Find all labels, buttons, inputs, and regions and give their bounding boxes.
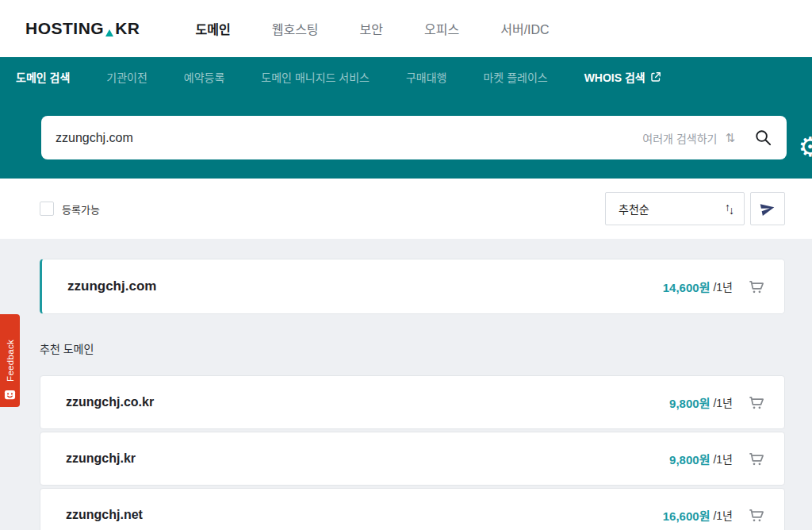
hostingkr-logo[interactable]: HOSTING KR [25, 19, 140, 38]
whois-label: WHOIS 검색 [584, 69, 645, 85]
recommended-result-card[interactable]: zzungchj.kr 9,800원 /1년 [40, 432, 785, 486]
result-price: 9,800원 [669, 394, 710, 411]
nav-item-security[interactable]: 보안 [360, 19, 383, 38]
main-nav: 도메인 웹호스팅 보안 오피스 서버/IDC [196, 19, 550, 38]
cart-icon [747, 278, 765, 296]
price-group: 9,800원 /1년 [669, 450, 765, 468]
result-term: /1년 [713, 507, 733, 523]
sort-arrows-icon: ↑↓ [725, 202, 733, 215]
primary-result-card[interactable]: zzungchj.com 14,600원 /1년 [40, 259, 785, 314]
results-filter-row: 등록가능 추천순 ↑↓ [0, 179, 812, 239]
cart-icon [747, 506, 765, 524]
smiley-icon [4, 389, 16, 401]
available-only-filter[interactable]: 등록가능 [40, 202, 100, 217]
send-results-button[interactable] [750, 192, 785, 225]
recommended-result-card[interactable]: zzungchj.net 16,600원 /1년 [40, 488, 785, 530]
feedback-label: Feedback [6, 340, 15, 382]
result-domain-name: zzungchj.kr [66, 451, 136, 466]
add-to-cart-button[interactable] [747, 506, 765, 524]
cart-icon [747, 450, 765, 468]
sort-order-select[interactable]: 추천순 ↑↓ [605, 192, 745, 225]
nav-item-office[interactable]: 오피스 [424, 19, 459, 38]
multi-search-link[interactable]: 여러개 검색하기 [642, 130, 717, 146]
available-checkbox-label: 등록가능 [62, 202, 100, 217]
domain-search-input[interactable] [56, 131, 642, 145]
top-header: HOSTING KR 도메인 웹호스팅 보안 오피스 서버/IDC [0, 0, 812, 57]
domain-search-box: 여러개 검색하기 ⇅ [41, 116, 787, 159]
recommended-section-title: 추천 도메인 [40, 340, 785, 356]
search-button[interactable] [754, 129, 772, 147]
add-to-cart-button[interactable] [747, 394, 765, 412]
result-term: /1년 [713, 451, 733, 467]
sort-selected-value: 추천순 [619, 201, 649, 217]
subnav-domain-search[interactable]: 도메인 검색 [16, 69, 70, 85]
subnav-managed-service[interactable]: 도메인 매니지드 서비스 [261, 69, 370, 85]
multi-search-arrows-icon: ⇅ [725, 131, 735, 145]
subnav-whois-search[interactable]: WHOIS 검색 [584, 69, 661, 85]
subnav-purchase-agency[interactable]: 구매대행 [406, 69, 447, 85]
filter-right-group: 추천순 ↑↓ [605, 192, 785, 225]
logo-triangle-icon [105, 29, 113, 36]
domain-search-band: 여러개 검색하기 ⇅ ⚙ [0, 97, 812, 179]
recommended-result-card[interactable]: zzungchj.co.kr 9,800원 /1년 [40, 375, 785, 429]
result-domain-name: zzungchj.com [67, 278, 156, 294]
gear-icon: ⚙ [799, 132, 812, 162]
subnav-reservation[interactable]: 예약등록 [184, 69, 225, 85]
result-price: 9,800원 [669, 451, 710, 467]
price-group: 14,600원 /1년 [663, 278, 765, 296]
result-term: /1년 [713, 278, 733, 294]
result-price: 16,600원 [663, 507, 710, 524]
result-domain-name: zzungchj.co.kr [66, 395, 154, 409]
external-link-icon [650, 71, 661, 83]
search-icon [754, 129, 772, 147]
search-settings-gear[interactable]: ⚙ [799, 133, 812, 160]
logo-text-left: HOSTING [25, 19, 104, 38]
add-to-cart-button[interactable] [747, 278, 765, 296]
result-term: /1년 [713, 394, 733, 410]
logo-text-right: KR [115, 19, 140, 38]
nav-item-domain[interactable]: 도메인 [196, 19, 231, 38]
paper-plane-icon [757, 198, 778, 219]
subnav-agency-transfer[interactable]: 기관이전 [106, 69, 147, 85]
cart-icon [747, 394, 765, 412]
nav-item-server-idc[interactable]: 서버/IDC [500, 19, 549, 38]
results-content: zzungchj.com 14,600원 /1년 추천 도메인 zzungchj… [0, 239, 812, 530]
subnav-marketplace[interactable]: 마켓 플레이스 [483, 69, 547, 85]
available-checkbox[interactable] [40, 202, 54, 216]
domain-subnav: 도메인 검색 기관이전 예약등록 도메인 매니지드 서비스 구매대행 마켓 플레… [0, 57, 812, 97]
nav-item-webhosting[interactable]: 웹호스팅 [272, 19, 319, 38]
add-to-cart-button[interactable] [747, 450, 765, 468]
price-group: 9,800원 /1년 [669, 394, 765, 412]
result-domain-name: zzungchj.net [66, 508, 143, 522]
result-price: 14,600원 [663, 278, 710, 295]
feedback-tab[interactable]: Feedback [0, 314, 20, 407]
price-group: 16,600원 /1년 [663, 506, 765, 524]
